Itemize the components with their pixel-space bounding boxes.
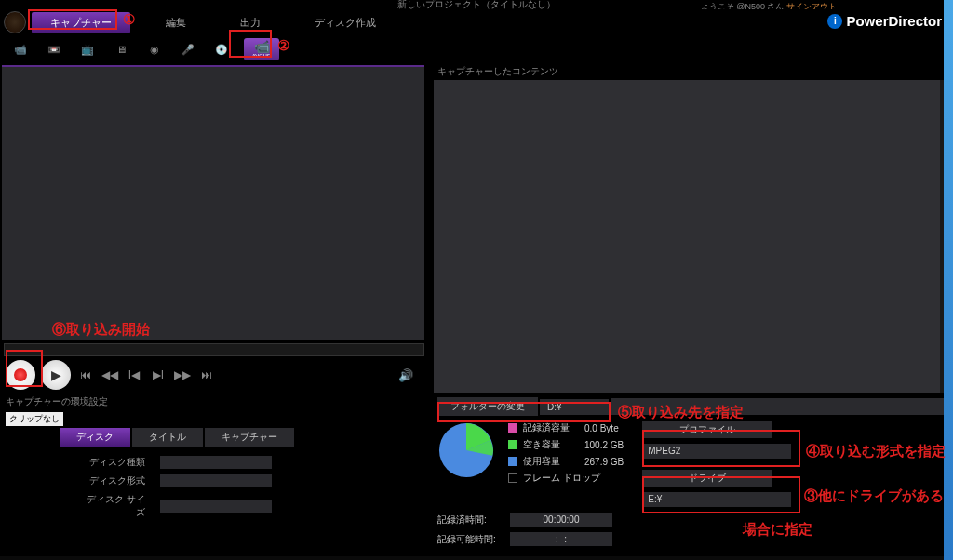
brand-icon: i — [827, 14, 842, 29]
stat-used-label: 使用容量 — [523, 455, 579, 468]
capture-settings-title: キャプチャーの環境設定 — [6, 395, 423, 408]
device-tv-icon[interactable]: 📺 — [76, 39, 99, 60]
device-disc-icon[interactable]: 💿 — [210, 39, 233, 60]
prop-disc-format-field — [160, 474, 272, 487]
stat-free-value: 100.2 GB — [584, 440, 624, 450]
menu-disc[interactable]: ディスク作成 — [296, 12, 395, 33]
timeline-scrubber[interactable] — [4, 343, 424, 356]
prop-disc-type-label: ディスク種類 — [80, 456, 145, 469]
profile-label: プロファイル — [642, 421, 772, 438]
recorded-time-value: 00:00:00 — [510, 513, 612, 527]
avchd-camera-icon: 📹 — [254, 40, 270, 53]
device-monitor-icon[interactable]: 🖥 — [110, 39, 132, 60]
folder-path-field: D:¥ — [540, 399, 609, 415]
stat-recorded-label: 記録済容量 — [523, 421, 579, 434]
captured-content-header: キャプチャーしたコンテンツ — [434, 63, 947, 80]
profile-value[interactable]: MPEG2 — [642, 444, 791, 459]
prop-disc-size-field — [160, 500, 272, 513]
tab-title[interactable]: タイトル — [132, 428, 203, 447]
record-button[interactable] — [6, 360, 35, 390]
volume-icon[interactable]: 🔊 — [398, 368, 413, 382]
prop-disc-type-field — [160, 456, 272, 469]
captured-content-area — [434, 80, 947, 393]
frame-drop-label: フレーム ドロップ — [523, 472, 600, 485]
stat-recorded-swatch — [508, 423, 517, 433]
stat-free-swatch — [508, 440, 517, 449]
step-fwd-button[interactable]: ▶I — [149, 368, 168, 381]
storage-pie-chart — [437, 421, 495, 479]
tab-capture[interactable]: キャプチャー — [205, 428, 294, 447]
stat-recorded-value: 0.0 Byte — [584, 423, 619, 433]
drive-label: ドライブ — [642, 470, 772, 487]
drive-value[interactable]: E:¥ — [642, 492, 791, 507]
device-mic-icon[interactable]: 🎤 — [177, 39, 199, 60]
prop-disc-format-label: ディスク形式 — [80, 474, 145, 487]
desktop-background-strip — [944, 0, 953, 560]
stat-free-label: 空き容量 — [523, 438, 579, 451]
skip-back-button[interactable]: ⏮ — [76, 368, 95, 381]
prop-disc-size-label: ディスク サイズ — [80, 493, 145, 519]
tab-disc[interactable]: ディスク — [60, 428, 130, 447]
change-folder-button[interactable]: フォルダーの変更 — [437, 397, 538, 416]
fast-fwd-button[interactable]: ▶▶ — [173, 368, 192, 381]
device-dv-icon[interactable]: 📼 — [43, 39, 65, 60]
folder-path-rest — [611, 398, 944, 415]
possible-time-label: 記録可能時間: — [437, 533, 503, 546]
app-logo-icon — [4, 11, 26, 33]
menu-capture[interactable]: キャプチャー — [32, 12, 130, 33]
brand-text: PowerDirector — [846, 13, 942, 29]
avchd-label: AVCHD — [252, 53, 272, 59]
play-button[interactable]: ▶ — [41, 360, 71, 390]
step-back-button[interactable]: I◀ — [125, 368, 143, 381]
clip-none-label: クリップなし — [6, 412, 63, 426]
device-avchd-button[interactable]: 📹 AVCHD — [244, 38, 279, 60]
device-webcam-icon[interactable]: ◉ — [143, 39, 166, 60]
preview-screen — [2, 65, 424, 340]
skip-fwd-button[interactable]: ⏭ — [197, 368, 216, 381]
stat-used-swatch — [508, 457, 517, 466]
menu-edit[interactable]: 編集 — [147, 12, 205, 33]
device-camera-icon[interactable]: 📹 — [9, 39, 32, 60]
frame-drop-checkbox[interactable] — [508, 473, 517, 483]
possible-time-value: --:--:-- — [510, 532, 612, 546]
brand-label: i PowerDirector — [827, 13, 942, 29]
recorded-time-label: 記録済時間: — [437, 513, 503, 527]
menu-output[interactable]: 出力 — [221, 12, 279, 33]
rewind-button[interactable]: ◀◀ — [101, 368, 119, 381]
stat-used-value: 267.9 GB — [584, 457, 624, 467]
